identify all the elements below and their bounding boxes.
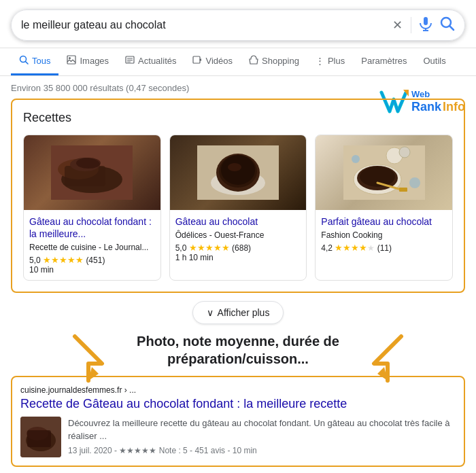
recipe-body-3: Parfait gâteau au chocolat Fashion Cooki… [316, 210, 452, 258]
recipe-source-3: Fashion Cooking [321, 230, 447, 240]
recipe-card-2[interactable]: Gâteau au chocolat Ôdélices - Ouest-Fran… [169, 135, 307, 281]
nav-tabs: Tous Images Actualités [0, 48, 476, 76]
search-input[interactable] [21, 19, 392, 31]
recipe-title-3[interactable]: Parfait gâteau au chocolat [321, 215, 447, 228]
recipe-time-2: 1 h 10 min [175, 253, 214, 262]
images-tab-icon [67, 55, 76, 67]
recettes-section: Recettes Gâteau au chocolat fondant : la… [11, 99, 465, 293]
divider [411, 17, 411, 33]
result-snippet-row: Découvrez la meilleure recette du gâteau… [20, 417, 456, 457]
svg-rect-0 [424, 17, 428, 25]
recipe-body-1: Gâteau au chocolat fondant : la meilleur… [24, 210, 160, 280]
result-snippet-content: Découvrez la meilleure recette du gâteau… [68, 417, 456, 457]
recipe-title-2[interactable]: Gâteau au chocolat [175, 215, 301, 228]
tab-parametres-label: Paramètres [361, 56, 407, 66]
recipe-meta-2: 5,0 ★★★★★ (688) 1 h 10 min [175, 243, 301, 262]
svg-rect-35 [399, 188, 407, 192]
snippet-content: Découvrez la meilleure recette du gâteau… [68, 418, 450, 442]
chevron-down-icon: ∨ [207, 307, 214, 318]
tab-parametres[interactable]: Paramètres [353, 49, 415, 75]
afficher-plus-label: Afficher plus [218, 307, 270, 318]
search-result: cuisine.journaldesfemmes.fr › ... Recett… [11, 376, 465, 466]
search-icon[interactable] [440, 16, 455, 35]
afficher-plus-button[interactable]: ∨ Afficher plus [192, 301, 284, 324]
tab-videos-label: Vidéos [205, 56, 233, 66]
svg-point-8 [69, 57, 71, 59]
recipe-source-1: Recette de cuisine - Le Journal... [29, 243, 155, 252]
tab-actualites-label: Actualités [138, 56, 176, 66]
tab-actualites[interactable]: Actualités [117, 48, 184, 75]
recipe-meta-1: 5,0 ★★★★★ (451) 10 min [29, 255, 155, 275]
svg-line-6 [26, 62, 29, 65]
svg-point-27 [228, 163, 241, 171]
recipe-reviews-1: (451) [86, 256, 105, 265]
videos-tab-icon [192, 55, 202, 67]
tab-shopping-label: Shopping [262, 56, 299, 66]
shopping-tab-icon [249, 55, 258, 67]
recettes-title: Recettes [23, 111, 453, 125]
tab-images-label: Images [80, 56, 109, 66]
clear-icon[interactable]: ✕ [392, 18, 403, 33]
svg-rect-43 [27, 430, 51, 447]
recipe-card-3[interactable]: Parfait gâteau au chocolat Fashion Cooki… [315, 135, 453, 281]
result-url: cuisine.journaldesfemmes.fr › ... [20, 385, 456, 395]
tab-shopping[interactable]: Shopping [241, 48, 307, 75]
svg-rect-7 [67, 56, 75, 64]
arrow-right-icon [360, 330, 415, 384]
svg-line-4 [449, 26, 454, 30]
tab-outils-label: Outils [423, 56, 445, 66]
recettes-grid: Gâteau au chocolat fondant : la meilleur… [23, 135, 453, 281]
recipe-time-1: 10 min [29, 265, 54, 275]
mic-icon[interactable] [420, 16, 432, 35]
annotation-section: Photo, note moyenne, durée de préparatio… [41, 330, 435, 370]
recipe-img-2 [170, 135, 307, 210]
tab-plus[interactable]: ⋮ Plus [307, 49, 353, 75]
result-thumbnail [20, 417, 61, 457]
result-date-meta: 13 juil. 2020 - ★★★★★ Note : 5 - 451 avi… [68, 446, 456, 455]
recipe-img-1 [24, 135, 160, 210]
arrow-left-icon [61, 330, 116, 384]
recipe-reviews-3: (11) [377, 243, 392, 253]
recipe-stars-3: ★★★★ [335, 243, 367, 253]
recipe-rating-2: 5,0 [175, 243, 187, 253]
recipe-img-3 [316, 135, 452, 210]
result-count-text: Environ 35 800 000 résultats (0,47 secon… [11, 83, 189, 93]
recipe-meta-3: 4,2 ★★★★★ (11) [321, 243, 447, 253]
svg-point-37 [409, 177, 420, 188]
actualites-tab-icon [125, 55, 135, 67]
search-bar-container: ✕ [0, 0, 476, 48]
tab-tous-label: Tous [32, 56, 50, 66]
tab-tous[interactable]: Tous [11, 48, 58, 75]
recipe-body-2: Gâteau au chocolat Ôdélices - Ouest-Fran… [170, 210, 307, 268]
tab-images[interactable]: Images [58, 48, 117, 75]
afficher-plus-container: ∨ Afficher plus [0, 301, 476, 324]
tab-outils[interactable]: Outils [415, 49, 454, 75]
recipe-reviews-2: (688) [232, 243, 251, 253]
recipe-stars-2: ★★★★★ [189, 243, 230, 253]
more-icon: ⋮ [316, 56, 324, 66]
recipe-rating-3: 4,2 [321, 243, 333, 253]
result-snippet-text: Découvrez la meilleure recette du gâteau… [68, 417, 456, 443]
result-link[interactable]: Recette de Gâteau au chocolat fondant : … [20, 396, 456, 412]
recipe-source-2: Ôdélices - Ouest-France [175, 230, 301, 240]
search-icons: ✕ [392, 16, 455, 35]
svg-point-36 [352, 155, 360, 163]
recipe-rating-1: 5,0 [29, 256, 41, 265]
svg-point-21 [76, 158, 101, 169]
recipe-title-1[interactable]: Gâteau au chocolat fondant : la meilleur… [29, 215, 155, 240]
search-bar: ✕ [11, 10, 465, 41]
recipe-stars-1: ★★★★★ [43, 255, 84, 265]
tab-plus-label: Plus [328, 56, 345, 66]
svg-point-30 [399, 147, 410, 158]
recipe-card-1[interactable]: Gâteau au chocolat fondant : la meilleur… [23, 135, 161, 281]
svg-rect-13 [193, 56, 200, 63]
tab-videos[interactable]: Vidéos [184, 48, 241, 75]
search-tab-icon [19, 55, 29, 67]
